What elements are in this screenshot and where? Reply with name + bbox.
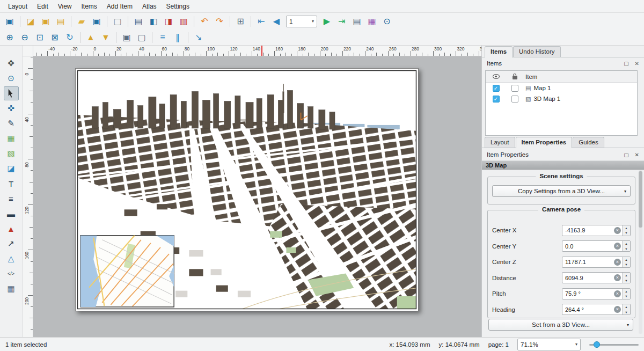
- spin-buttons[interactable]: ▴▾: [622, 289, 630, 299]
- spin-down-icon[interactable]: ▾: [623, 230, 630, 236]
- add-pages-button[interactable]: ▢: [111, 14, 125, 28]
- add-legend-button[interactable]: ≡: [4, 192, 19, 206]
- properties-scrollbar[interactable]: [639, 170, 642, 334]
- spin-down-icon[interactable]: ▾: [623, 310, 630, 315]
- edit-nodes-tool-button[interactable]: ✎: [4, 116, 19, 130]
- tab-guides[interactable]: Guides: [573, 137, 604, 148]
- atlas-last-button[interactable]: ⇥: [335, 14, 349, 28]
- open-layout-button[interactable]: ▰: [75, 14, 89, 28]
- zoom-out-button[interactable]: ⊖: [18, 31, 32, 45]
- clear-field-icon[interactable]: ×: [614, 259, 621, 266]
- clear-field-icon[interactable]: ×: [614, 274, 621, 281]
- atlas-page-combo[interactable]: 1▾: [286, 16, 317, 27]
- raise-items-button[interactable]: ▲: [84, 31, 98, 45]
- add-picture-button[interactable]: ◪: [4, 162, 19, 176]
- print-atlas-button[interactable]: ▤: [350, 14, 364, 28]
- spin-buttons[interactable]: ▴▾: [622, 273, 630, 283]
- item-row-3d-map-1[interactable]: ✓▧3D Map 1: [486, 93, 637, 104]
- atlas-first-button[interactable]: ⇤: [254, 14, 268, 28]
- menu-settings[interactable]: Settings: [162, 1, 194, 12]
- spin-buttons[interactable]: ▴▾: [622, 304, 630, 315]
- clear-field-icon[interactable]: ×: [614, 290, 621, 297]
- spin-down-icon[interactable]: ▾: [623, 294, 630, 299]
- spin-buttons[interactable]: ▴▾: [622, 225, 630, 236]
- export-image-button[interactable]: ◧: [147, 14, 160, 28]
- tab-layout[interactable]: Layout: [485, 137, 515, 148]
- add-3d-map-button[interactable]: ▧: [4, 147, 19, 160]
- spin-down-icon[interactable]: ▾: [623, 246, 630, 252]
- spin-up-icon[interactable]: ▴: [623, 257, 630, 262]
- lock-checkbox[interactable]: [506, 96, 523, 103]
- export-svg-button[interactable]: ◨: [162, 14, 175, 28]
- group-items-button[interactable]: ▣: [120, 31, 134, 45]
- add-map-button[interactable]: ▦: [4, 131, 19, 145]
- move-content-tool-button[interactable]: ✜: [4, 101, 19, 115]
- layout-canvas[interactable]: [33, 56, 481, 337]
- spin-up-icon[interactable]: ▴: [623, 241, 630, 246]
- float-dock-icon[interactable]: ▢: [624, 152, 628, 158]
- center-y-input[interactable]: 0.0×▴▾: [562, 240, 631, 252]
- zoom-slider[interactable]: [589, 340, 639, 349]
- distance-input[interactable]: 6094.9×▴▾: [562, 272, 631, 283]
- save-project-button[interactable]: ▣: [90, 14, 104, 28]
- ruler-vertical[interactable]: 04080120160200: [23, 56, 33, 337]
- copy-settings-button[interactable]: Copy Settings from a 3D View... ▾: [492, 185, 631, 197]
- spin-buttons[interactable]: ▴▾: [622, 257, 630, 267]
- zoom-full-button[interactable]: ⊠: [48, 31, 62, 45]
- add-node-item-button[interactable]: △: [4, 252, 19, 266]
- zoom-in-button[interactable]: ⊕: [3, 31, 17, 45]
- visibility-checkbox[interactable]: ✓: [486, 96, 506, 103]
- float-dock-icon[interactable]: ▢: [624, 61, 628, 67]
- pan-tool-button[interactable]: ✥: [4, 56, 19, 70]
- atlas-next-button[interactable]: ▶: [320, 14, 334, 28]
- atlas-settings-button[interactable]: ⊞: [233, 14, 247, 28]
- clear-field-icon[interactable]: ×: [614, 243, 621, 250]
- spin-buttons[interactable]: ▴▾: [622, 241, 630, 251]
- menu-view[interactable]: View: [53, 1, 77, 12]
- menu-layout[interactable]: Layout: [3, 1, 32, 12]
- zoom-actual-button[interactable]: ⊡: [33, 31, 47, 45]
- atlas-zoom-button[interactable]: ⊙: [380, 14, 394, 28]
- scrollbar-thumb[interactable]: [639, 171, 642, 228]
- add-arrow-button[interactable]: ↗: [4, 237, 19, 251]
- redo-button[interactable]: ↷: [213, 14, 226, 28]
- export-pdf-button[interactable]: ▥: [177, 14, 191, 28]
- add-html-button[interactable]: </>: [4, 267, 19, 281]
- tab-items[interactable]: Items: [485, 46, 513, 57]
- menu-add-item[interactable]: Add Item: [102, 1, 137, 12]
- slider-handle[interactable]: [594, 341, 600, 348]
- add-label-button[interactable]: T: [4, 177, 19, 191]
- lower-items-button[interactable]: ▼: [99, 31, 113, 45]
- align-items-button[interactable]: ≡: [156, 31, 170, 45]
- select-item-tool-button[interactable]: [4, 86, 19, 100]
- undo-button[interactable]: ↶: [197, 14, 211, 28]
- lock-checkbox[interactable]: [506, 85, 523, 92]
- pitch-input[interactable]: 75.9 °×▴▾: [562, 288, 631, 299]
- zoom-tool-button[interactable]: ⊙: [4, 71, 19, 85]
- add-attribute-table-button[interactable]: ▦: [4, 282, 19, 296]
- spin-up-icon[interactable]: ▴: [623, 289, 630, 294]
- clear-field-icon[interactable]: ×: [614, 227, 621, 234]
- heading-input[interactable]: 264.4 °×▴▾: [562, 304, 631, 315]
- spin-up-icon[interactable]: ▴: [623, 273, 630, 278]
- resize-items-button[interactable]: ↘: [192, 31, 206, 45]
- add-scalebar-button[interactable]: ▬: [4, 207, 19, 221]
- print-layout-button[interactable]: ▤: [131, 14, 145, 28]
- zoom-combo[interactable]: 71.1% ▾: [517, 339, 581, 350]
- atlas-prev-button[interactable]: ◀: [269, 14, 283, 28]
- new-layout-button[interactable]: ◪: [24, 14, 38, 28]
- tab-item-properties[interactable]: Item Properties: [516, 137, 573, 148]
- duplicate-layout-button[interactable]: ▣: [39, 14, 53, 28]
- add-shape-button[interactable]: ▲: [4, 222, 19, 236]
- menu-atlas[interactable]: Atlas: [137, 1, 162, 12]
- layout-page-3d-map-item[interactable]: [75, 68, 419, 311]
- layout-manager-button[interactable]: ▤: [54, 14, 68, 28]
- close-dock-icon[interactable]: ✕: [635, 152, 639, 158]
- spin-down-icon[interactable]: ▾: [623, 262, 630, 267]
- ungroup-items-button[interactable]: ▢: [135, 31, 149, 45]
- visibility-checkbox[interactable]: ✓: [486, 85, 506, 92]
- export-atlas-button[interactable]: ▦: [365, 14, 379, 28]
- refresh-view-button[interactable]: ↻: [63, 31, 77, 45]
- center-x-input[interactable]: -4163.9×▴▾: [562, 225, 631, 236]
- center-z-input[interactable]: 11787.1×▴▾: [562, 257, 631, 268]
